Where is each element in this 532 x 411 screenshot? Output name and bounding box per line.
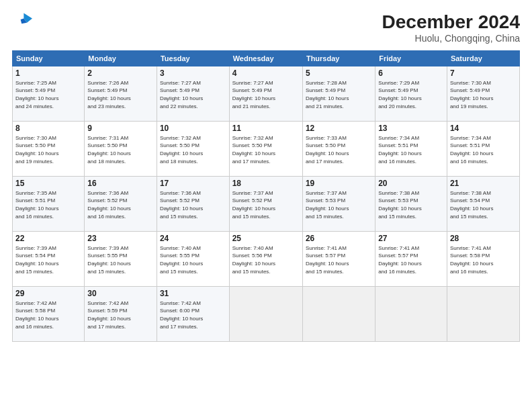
day-info: Sunrise: 7:30 AM Sunset: 5:50 PM Dayligh…	[15, 134, 81, 165]
day-info: Sunrise: 7:41 AM Sunset: 5:57 PM Dayligh…	[378, 244, 444, 275]
calendar-cell: 11Sunrise: 7:32 AM Sunset: 5:50 PM Dayli…	[229, 121, 302, 176]
day-number: 12	[306, 124, 372, 133]
calendar-cell: 30Sunrise: 7:42 AM Sunset: 5:59 PM Dayli…	[85, 286, 157, 341]
day-number: 20	[378, 179, 444, 188]
col-friday: Friday	[375, 50, 447, 66]
day-info: Sunrise: 7:35 AM Sunset: 5:51 PM Dayligh…	[15, 189, 81, 220]
calendar-cell: 26Sunrise: 7:41 AM Sunset: 5:57 PM Dayli…	[302, 231, 375, 286]
day-number: 22	[15, 234, 81, 243]
day-info: Sunrise: 7:32 AM Sunset: 5:50 PM Dayligh…	[160, 134, 226, 165]
logo	[12, 12, 32, 32]
day-info: Sunrise: 7:41 AM Sunset: 5:57 PM Dayligh…	[306, 244, 372, 275]
day-number: 11	[232, 124, 300, 133]
calendar-cell: 22Sunrise: 7:39 AM Sunset: 5:54 PM Dayli…	[13, 231, 85, 286]
day-info: Sunrise: 7:28 AM Sunset: 5:49 PM Dayligh…	[306, 79, 372, 110]
day-info: Sunrise: 7:34 AM Sunset: 5:51 PM Dayligh…	[378, 134, 444, 165]
day-info: Sunrise: 7:40 AM Sunset: 5:55 PM Dayligh…	[160, 244, 226, 275]
day-info: Sunrise: 7:29 AM Sunset: 5:49 PM Dayligh…	[378, 79, 444, 110]
day-number: 1	[15, 68, 81, 78]
calendar-cell: 17Sunrise: 7:36 AM Sunset: 5:52 PM Dayli…	[157, 176, 229, 231]
day-info: Sunrise: 7:38 AM Sunset: 5:54 PM Dayligh…	[450, 189, 517, 220]
day-info: Sunrise: 7:42 AM Sunset: 6:00 PM Dayligh…	[160, 300, 226, 330]
day-number: 9	[87, 124, 154, 133]
calendar-cell	[375, 286, 447, 341]
header: December 2024 Huolu, Chongqing, China	[12, 12, 520, 44]
day-number: 19	[306, 179, 372, 188]
calendar-cell: 27Sunrise: 7:41 AM Sunset: 5:57 PM Dayli…	[375, 231, 447, 286]
day-info: Sunrise: 7:25 AM Sunset: 5:49 PM Dayligh…	[15, 79, 81, 110]
calendar-cell: 18Sunrise: 7:37 AM Sunset: 5:52 PM Dayli…	[229, 176, 302, 231]
col-sunday: Sunday	[13, 50, 85, 66]
day-number: 2	[87, 68, 154, 78]
col-thursday: Thursday	[302, 50, 375, 66]
col-wednesday: Wednesday	[229, 50, 302, 66]
calendar-cell: 3Sunrise: 7:27 AM Sunset: 5:49 PM Daylig…	[157, 66, 229, 121]
day-info: Sunrise: 7:40 AM Sunset: 5:56 PM Dayligh…	[232, 244, 300, 275]
calendar-cell: 23Sunrise: 7:39 AM Sunset: 5:55 PM Dayli…	[85, 231, 157, 286]
col-saturday: Saturday	[447, 50, 519, 66]
logo-icon	[12, 12, 32, 32]
day-number: 14	[450, 124, 517, 133]
calendar-cell: 13Sunrise: 7:34 AM Sunset: 5:51 PM Dayli…	[375, 121, 447, 176]
calendar-cell: 29Sunrise: 7:42 AM Sunset: 5:58 PM Dayli…	[13, 286, 85, 341]
calendar-cell: 15Sunrise: 7:35 AM Sunset: 5:51 PM Dayli…	[13, 176, 85, 231]
day-number: 3	[160, 68, 226, 78]
day-info: Sunrise: 7:27 AM Sunset: 5:49 PM Dayligh…	[160, 79, 226, 110]
col-monday: Monday	[85, 50, 157, 66]
day-info: Sunrise: 7:38 AM Sunset: 5:53 PM Dayligh…	[378, 189, 444, 220]
day-number: 10	[160, 124, 226, 133]
day-info: Sunrise: 7:39 AM Sunset: 5:54 PM Dayligh…	[15, 244, 81, 275]
day-info: Sunrise: 7:27 AM Sunset: 5:49 PM Dayligh…	[232, 79, 300, 110]
day-info: Sunrise: 7:31 AM Sunset: 5:50 PM Dayligh…	[87, 134, 154, 165]
day-info: Sunrise: 7:36 AM Sunset: 5:52 PM Dayligh…	[160, 189, 226, 220]
calendar-cell: 7Sunrise: 7:30 AM Sunset: 5:49 PM Daylig…	[447, 66, 519, 121]
day-number: 21	[450, 179, 517, 188]
day-number: 30	[87, 289, 154, 298]
day-info: Sunrise: 7:36 AM Sunset: 5:52 PM Dayligh…	[87, 189, 154, 220]
calendar-cell: 12Sunrise: 7:33 AM Sunset: 5:50 PM Dayli…	[302, 121, 375, 176]
day-info: Sunrise: 7:26 AM Sunset: 5:49 PM Dayligh…	[87, 79, 154, 110]
day-number: 13	[378, 124, 444, 133]
day-number: 23	[87, 234, 154, 243]
day-number: 28	[450, 234, 517, 243]
day-info: Sunrise: 7:42 AM Sunset: 5:58 PM Dayligh…	[15, 300, 81, 330]
day-number: 7	[450, 68, 517, 78]
day-number: 26	[306, 234, 372, 243]
day-number: 15	[15, 179, 81, 188]
calendar-cell: 2Sunrise: 7:26 AM Sunset: 5:49 PM Daylig…	[85, 66, 157, 121]
day-info: Sunrise: 7:30 AM Sunset: 5:49 PM Dayligh…	[450, 79, 517, 110]
calendar-week-row: 15Sunrise: 7:35 AM Sunset: 5:51 PM Dayli…	[13, 176, 520, 231]
calendar-cell: 5Sunrise: 7:28 AM Sunset: 5:49 PM Daylig…	[302, 66, 375, 121]
day-number: 16	[87, 179, 154, 188]
calendar-cell: 21Sunrise: 7:38 AM Sunset: 5:54 PM Dayli…	[447, 176, 519, 231]
main-title: December 2024	[382, 12, 520, 33]
day-info: Sunrise: 7:41 AM Sunset: 5:58 PM Dayligh…	[450, 244, 517, 275]
calendar-page: December 2024 Huolu, Chongqing, China Su…	[0, 0, 532, 411]
calendar-cell: 1Sunrise: 7:25 AM Sunset: 5:49 PM Daylig…	[13, 66, 85, 121]
calendar-cell: 14Sunrise: 7:34 AM Sunset: 5:51 PM Dayli…	[447, 121, 519, 176]
day-number: 27	[378, 234, 444, 243]
day-number: 4	[232, 68, 300, 78]
calendar-cell	[447, 286, 519, 341]
calendar-cell: 19Sunrise: 7:37 AM Sunset: 5:53 PM Dayli…	[302, 176, 375, 231]
calendar-cell: 28Sunrise: 7:41 AM Sunset: 5:58 PM Dayli…	[447, 231, 519, 286]
calendar-cell: 24Sunrise: 7:40 AM Sunset: 5:55 PM Dayli…	[157, 231, 229, 286]
day-info: Sunrise: 7:32 AM Sunset: 5:50 PM Dayligh…	[232, 134, 300, 165]
day-number: 25	[232, 234, 300, 243]
day-number: 31	[160, 289, 226, 298]
calendar-week-row: 1Sunrise: 7:25 AM Sunset: 5:49 PM Daylig…	[13, 66, 520, 121]
day-number: 17	[160, 179, 226, 188]
calendar-cell: 25Sunrise: 7:40 AM Sunset: 5:56 PM Dayli…	[229, 231, 302, 286]
day-number: 5	[306, 68, 372, 78]
title-block: December 2024 Huolu, Chongqing, China	[382, 12, 520, 44]
calendar-cell: 16Sunrise: 7:36 AM Sunset: 5:52 PM Dayli…	[85, 176, 157, 231]
calendar-header-row: Sunday Monday Tuesday Wednesday Thursday…	[13, 50, 520, 66]
calendar-week-row: 22Sunrise: 7:39 AM Sunset: 5:54 PM Dayli…	[13, 231, 520, 286]
day-info: Sunrise: 7:39 AM Sunset: 5:55 PM Dayligh…	[87, 244, 154, 275]
calendar-cell: 10Sunrise: 7:32 AM Sunset: 5:50 PM Dayli…	[157, 121, 229, 176]
col-tuesday: Tuesday	[157, 50, 229, 66]
day-info: Sunrise: 7:34 AM Sunset: 5:51 PM Dayligh…	[450, 134, 517, 165]
day-info: Sunrise: 7:42 AM Sunset: 5:59 PM Dayligh…	[87, 300, 154, 330]
day-number: 18	[232, 179, 300, 188]
calendar-cell: 8Sunrise: 7:30 AM Sunset: 5:50 PM Daylig…	[13, 121, 85, 176]
